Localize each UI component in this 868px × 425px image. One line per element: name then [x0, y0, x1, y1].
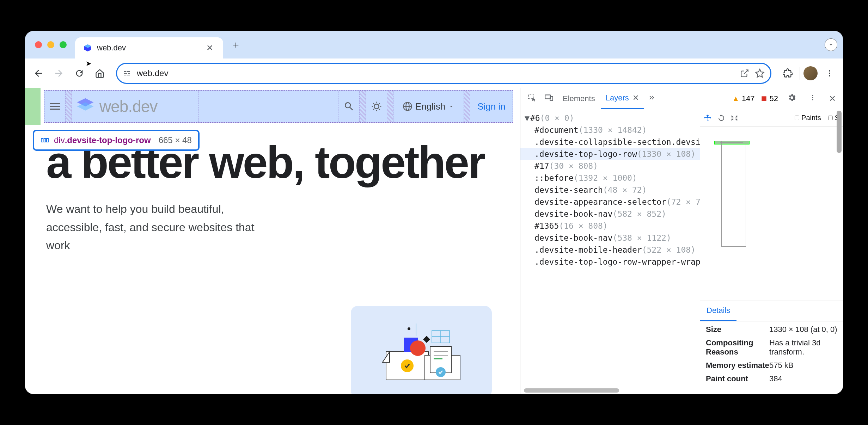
device-mode-button[interactable] — [541, 90, 557, 107]
svg-point-9 — [374, 104, 379, 109]
inspect-element-button[interactable] — [524, 90, 540, 107]
reload-icon — [74, 68, 84, 78]
svg-point-36 — [408, 327, 410, 330]
paints-check-input[interactable] — [795, 116, 799, 120]
tab-layers[interactable]: Layers ✕ — [601, 88, 644, 109]
layer-tree-row[interactable]: .devsite-top-logo-row-wrapper-wrapper — [520, 256, 700, 268]
open-external-icon[interactable] — [740, 69, 749, 78]
layers-right-panel: Paints S Details — [700, 109, 843, 387]
horizontal-scrollbar[interactable] — [520, 387, 843, 394]
chevron-down-icon — [448, 103, 454, 110]
layer-tree-row[interactable]: .devsite-mobile-header(522 × 108) — [520, 244, 700, 256]
browser-tab[interactable]: web.dev ✕ — [75, 37, 223, 58]
traffic-lights — [31, 41, 67, 48]
layer-tree-row[interactable]: devsite-appearance-selector(72 × 72) — [520, 196, 700, 208]
toolbar: web.dev — [25, 58, 843, 88]
devices-icon — [544, 93, 554, 102]
reload-button[interactable] — [71, 65, 88, 82]
language-selector[interactable]: English — [403, 101, 454, 112]
webdev-logo[interactable]: web.dev — [75, 97, 157, 116]
paints-checkbox[interactable]: Paints — [795, 114, 821, 122]
new-tab-button[interactable]: ＋ — [227, 35, 245, 54]
layer-tree-row[interactable]: ::before(1392 × 1000) — [520, 172, 700, 184]
svg-point-46 — [812, 97, 813, 98]
svg-point-27 — [410, 340, 426, 356]
svg-rect-0 — [124, 71, 126, 72]
bookmark-star-icon[interactable] — [755, 68, 765, 78]
warnings-count[interactable]: ▲ 147 — [732, 94, 755, 103]
s-check-input[interactable] — [828, 116, 833, 120]
tab-elements[interactable]: Elements — [558, 88, 600, 109]
address-bar[interactable]: web.dev — [116, 63, 771, 84]
menu-button[interactable] — [821, 65, 838, 82]
close-icon: ✕ — [829, 94, 836, 103]
more-vert-icon — [809, 94, 816, 101]
more-vert-icon — [825, 69, 834, 78]
svg-line-16 — [373, 109, 374, 110]
maximize-window-button[interactable] — [60, 41, 67, 48]
tab-list-dropdown[interactable] — [825, 38, 837, 51]
layers-viz-toolbar: Paints S — [700, 109, 843, 127]
layer-rect — [720, 142, 743, 147]
profile-avatar[interactable] — [803, 66, 818, 80]
error-icon — [760, 95, 768, 102]
chevrons-right-icon — [648, 94, 656, 101]
tab-bar: web.dev ✕ ＋ — [25, 31, 843, 58]
reset-view-icon[interactable] — [731, 114, 738, 122]
settings-button[interactable] — [784, 90, 800, 107]
layer-tree-row[interactable]: .devsite-collapsible-section.devsite-hea — [520, 136, 700, 148]
layer-tree-row[interactable]: devsite-search(48 × 72) — [520, 184, 700, 196]
layer-tree-row[interactable]: #document(1330 × 14842) — [520, 124, 700, 136]
layer-tree-row[interactable]: #17(30 × 808) — [520, 160, 700, 172]
signin-link[interactable]: Sign in — [477, 101, 506, 112]
svg-point-47 — [812, 99, 813, 100]
layer-tree-row[interactable]: .devsite-top-logo-row(1330 × 108) — [520, 148, 700, 160]
layers-visualization[interactable] — [700, 127, 843, 301]
svg-rect-22 — [44, 138, 46, 142]
svg-rect-23 — [47, 138, 48, 142]
devtools-body: ➤ ▼#6(0 × 0)#document(1330 × 14842).devs… — [520, 109, 843, 387]
separator — [800, 67, 800, 80]
back-button[interactable] — [30, 65, 47, 82]
layer-tree-row[interactable]: devsite-book-nav(538 × 1122) — [520, 232, 700, 244]
close-devtools-button[interactable]: ✕ — [825, 91, 839, 106]
rotate-icon[interactable] — [717, 114, 726, 122]
errors-count[interactable]: 52 — [760, 94, 778, 103]
extensions-button[interactable] — [779, 65, 796, 82]
svg-point-6 — [829, 70, 830, 72]
flex-icon — [41, 136, 49, 144]
browser-window: web.dev ✕ ＋ web.dev — [25, 31, 843, 394]
close-tab-icon[interactable]: ✕ — [632, 93, 639, 103]
svg-line-15 — [379, 109, 380, 110]
details-row: Memory estimate575 kB — [700, 359, 843, 372]
favicon-icon — [84, 44, 92, 52]
omnibox-actions — [740, 68, 765, 78]
pan-icon[interactable] — [704, 114, 712, 122]
search-icon[interactable] — [343, 101, 355, 112]
page-header: web.dev English — [25, 88, 520, 125]
scrollbar-thumb[interactable] — [524, 388, 619, 393]
svg-rect-3 — [128, 73, 130, 74]
more-tabs-button[interactable] — [644, 91, 659, 106]
home-button[interactable] — [91, 65, 108, 82]
webdev-logo-icon — [75, 97, 95, 116]
theme-icon[interactable] — [371, 101, 382, 112]
illustration-icon — [372, 316, 471, 387]
devtools-toolbar: Elements Layers ✕ ▲ 147 52 — [520, 88, 843, 109]
tab-title: web.dev — [97, 43, 200, 53]
site-settings-icon[interactable] — [123, 69, 131, 78]
close-window-button[interactable] — [35, 41, 42, 48]
devtools-menu-button[interactable] — [806, 91, 820, 106]
scrollbar-thumb[interactable] — [837, 111, 842, 153]
details-tab[interactable]: Details — [700, 301, 736, 321]
layer-tree-row[interactable]: devsite-book-nav(582 × 852) — [520, 208, 700, 220]
extensions-icon — [783, 68, 793, 78]
forward-button[interactable] — [50, 65, 67, 82]
svg-rect-1 — [127, 71, 130, 72]
home-icon — [95, 68, 105, 78]
menu-icon[interactable] — [48, 100, 62, 113]
close-tab-icon[interactable]: ✕ — [205, 42, 215, 54]
minimize-window-button[interactable] — [47, 41, 54, 48]
layer-tree-row[interactable]: ▼#6(0 × 0) — [520, 112, 700, 124]
layer-tree-row[interactable]: #1365(16 × 808) — [520, 220, 700, 232]
